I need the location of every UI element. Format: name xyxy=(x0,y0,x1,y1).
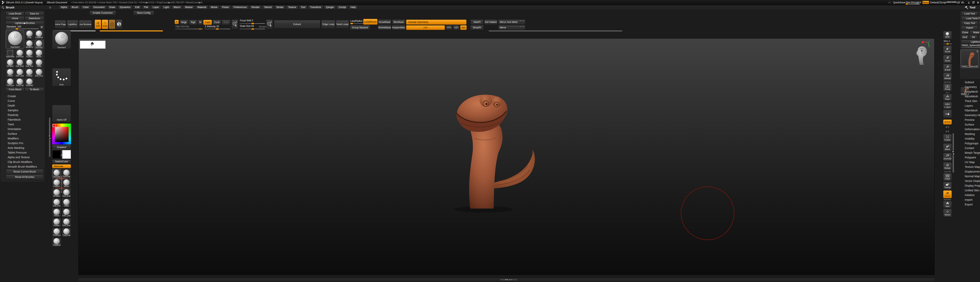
goz-button[interactable]: GoZ xyxy=(961,35,969,39)
brush-thumb-move[interactable]: Move xyxy=(62,179,71,188)
brush-section-depth[interactable]: Depth xyxy=(8,103,44,108)
reset-current-brush-button[interactable]: Reset Current Brush xyxy=(6,170,43,174)
minimize-icon[interactable] xyxy=(967,1,970,4)
brush-thumb-trimdyn[interactable]: TrimDyn xyxy=(52,228,61,237)
brush-thumb-faf_stor[interactable]: FAF_stor xyxy=(15,68,24,78)
menu-stroke[interactable]: Stroke xyxy=(274,5,285,10)
brush-thumb-claybuil[interactable]: ClayBuil xyxy=(35,30,43,39)
brush-select-slider[interactable]: Standard. 150 xyxy=(6,25,38,30)
menu-layer[interactable]: Layer xyxy=(151,5,161,10)
gradient-button[interactable]: Gradient xyxy=(52,145,71,149)
brush-thumb-orb_pin[interactable]: Orb_Pin xyxy=(52,198,61,208)
blur-mask-button[interactable]: BlurMask xyxy=(392,20,405,25)
canvas-tool-chip[interactable] xyxy=(80,41,105,49)
shelf-persp-button[interactable]: Persp xyxy=(943,84,952,91)
menu-zscript[interactable]: Zscript xyxy=(337,5,348,10)
current-alpha-box[interactable]: Alpha Off xyxy=(52,105,71,122)
shelf-frame-button[interactable]: Frame xyxy=(943,134,952,142)
mirror-and-weld-button[interactable]: Mirror And WeldX Y Z xyxy=(498,20,525,25)
mrgb-button[interactable]: Mrgb xyxy=(180,20,188,25)
lightbox-button[interactable]: LightBox xyxy=(67,20,78,29)
m-button[interactable]: M xyxy=(198,20,203,25)
brush-thumb-faf_stor[interactable]: FAF_stor xyxy=(62,208,71,217)
brush-thumb-smooth[interactable]: Smooth xyxy=(25,78,34,87)
tool-section-polypaint[interactable]: Polypaint xyxy=(965,155,980,160)
tool-import-button[interactable]: Import xyxy=(961,26,978,30)
brush-thumb-hpolish[interactable]: hPolish xyxy=(6,59,15,68)
tool-clone-button[interactable]: Clone xyxy=(961,30,969,35)
brush-clone-button[interactable]: Clone xyxy=(6,16,24,21)
brush-thumb-orb_roc[interactable]: Orb_Roc xyxy=(35,68,43,78)
menu-document[interactable]: Document xyxy=(92,5,107,10)
see-through-handle[interactable] xyxy=(905,3,908,5)
shelf-actual-button[interactable]: x1Actual xyxy=(943,64,952,72)
brush-section-create[interactable]: Create xyxy=(8,94,44,98)
shelf-zoom-button[interactable]: Zoom xyxy=(943,55,952,63)
tool-section-layers[interactable]: Layers xyxy=(965,103,980,108)
menu-picker[interactable]: Picker xyxy=(220,5,231,10)
menu-movie[interactable]: Movie xyxy=(209,5,220,10)
goz-visible-button[interactable]: Visible xyxy=(979,35,980,39)
menu-help[interactable]: Help xyxy=(349,5,358,10)
brush-thumb-move[interactable]: Move xyxy=(35,49,43,58)
from-mesh-button[interactable]: From Mesh xyxy=(6,87,24,92)
shelf-zoom3d-button[interactable]: Zoom3D xyxy=(943,153,952,161)
main-color-swatch[interactable] xyxy=(52,150,61,159)
brush-section-surface[interactable]: Surface xyxy=(8,131,44,136)
brush-slider-reset-button[interactable]: R xyxy=(40,25,44,29)
window-cascade-left-icon[interactable] xyxy=(956,2,960,4)
shelf-y-button[interactable]: Y xyxy=(943,125,952,129)
tool-section-geometry[interactable]: Geometry xyxy=(965,85,980,89)
brush-section-orientation[interactable]: Orientation xyxy=(8,127,44,131)
head-sculpt-model[interactable] xyxy=(914,44,928,65)
lazy-mouse-button[interactable]: LazyMouse xyxy=(363,19,377,25)
document-canvas[interactable] xyxy=(78,38,934,275)
brush-thumb-clay[interactable]: Clay xyxy=(25,30,34,39)
shelf-xyz-button[interactable]: XYZ xyxy=(943,119,952,125)
shelf-transp-button[interactable]: Transp xyxy=(943,182,952,190)
to-mesh-button[interactable]: To Mesh xyxy=(25,87,44,92)
tool-section-preview[interactable]: Preview xyxy=(965,117,980,122)
brush-save-as-button[interactable]: Save As xyxy=(25,12,44,16)
tool-section-displacement-map[interactable]: Displacement Map xyxy=(965,169,980,174)
tool-section-nanomesh[interactable]: NanoMesh xyxy=(965,94,980,99)
canvas-top-divider[interactable] xyxy=(488,30,622,31)
zcut-button[interactable]: Zcut xyxy=(222,20,230,25)
brush-section-clip-brush-modifiers[interactable]: Clip Brush Modifiers xyxy=(8,160,44,164)
tool-section-morph-target[interactable]: Morph Target xyxy=(965,151,980,155)
group-masked-button[interactable]: Group Masked xyxy=(350,25,370,30)
z-intensity-slider[interactable]: Z Intensity 25 xyxy=(204,25,230,30)
restore-window-icon[interactable] xyxy=(972,1,975,4)
brush-thumb-hpolish[interactable]: hPolish xyxy=(52,189,61,198)
menu-draw[interactable]: Draw xyxy=(107,5,117,10)
zsub-button[interactable]: Zsub xyxy=(212,20,221,25)
activate-symmetry-button[interactable]: Activate Symmetry xyxy=(406,20,466,25)
brush-thumb-inflat[interactable]: Inflat xyxy=(35,59,43,68)
menu-zplugin[interactable]: Zplugin xyxy=(324,5,336,10)
brush-section-elasticity[interactable]: Elasticity xyxy=(8,112,44,117)
menu-brush[interactable]: Brush xyxy=(70,5,80,10)
menu-marker[interactable]: Marker xyxy=(183,5,195,10)
shelf-move-button[interactable]: Move xyxy=(943,143,952,152)
menu-material[interactable]: Material xyxy=(196,5,208,10)
live-boolean-button[interactable]: Live Boolean xyxy=(79,20,92,29)
menu-preferences[interactable]: Preferences xyxy=(232,5,249,10)
tool-section-normal-map[interactable]: Normal Map xyxy=(965,174,980,179)
extract-button[interactable]: Extract xyxy=(274,20,320,29)
store-config-button[interactable]: Store Config xyxy=(133,11,154,15)
tool-section-import[interactable]: Import xyxy=(965,197,980,202)
brush-thumb-orb_roc[interactable]: Orb_Roc xyxy=(62,218,71,227)
menu-texture[interactable]: Texture xyxy=(286,5,298,10)
gyro-move-button[interactable] xyxy=(109,20,115,29)
shelf-ghost-button[interactable]: Ghost xyxy=(943,190,952,198)
close-icon[interactable] xyxy=(977,1,979,4)
focal-shift-slider[interactable]: Focal Shift 0 xyxy=(240,19,265,24)
shelf-floor-button[interactable]: Floor xyxy=(943,94,952,101)
tool-save-as-button[interactable]: Save As xyxy=(979,12,980,16)
brush-thumb-flatten[interactable]: Flatten xyxy=(25,49,34,58)
tray-collapse-right-icon[interactable]: ▮▮▮▮▶ xyxy=(952,1,957,3)
paste-tool-button[interactable]: Paste Tool xyxy=(979,21,980,25)
copy-tool-button[interactable]: Copy Tool xyxy=(961,21,978,25)
dynamic-size-icon-button[interactable]: D xyxy=(266,20,273,29)
tool-section-polygroups[interactable]: Polygroups xyxy=(965,141,980,146)
